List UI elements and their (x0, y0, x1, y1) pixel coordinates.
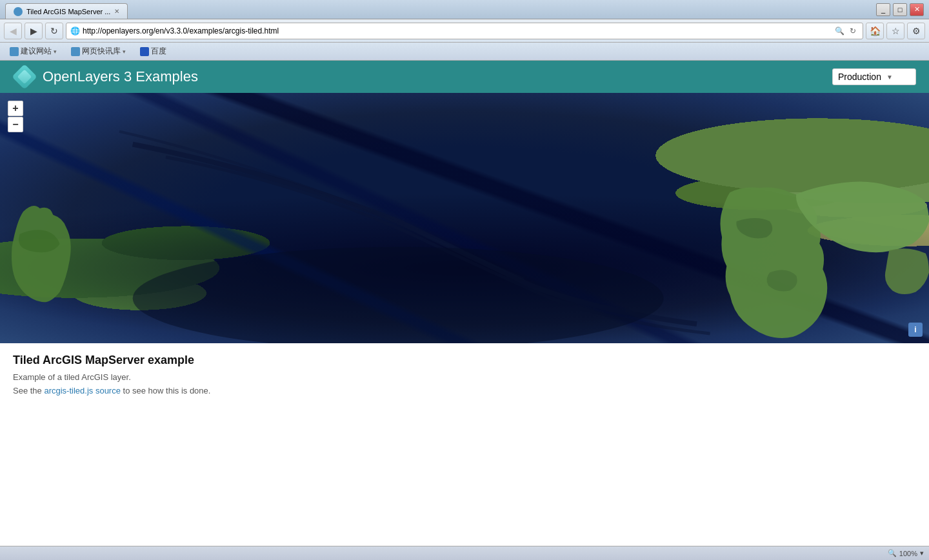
ol-logo-icon (13, 65, 36, 88)
lock-icon: 🌐 (70, 26, 80, 35)
navigation-bar: ◀ ▶ ↻ 🌐 🔍 ↻ 🏠 ☆ ⚙ (0, 19, 929, 43)
zoom-dropdown-icon[interactable]: ▾ (920, 549, 924, 557)
bookmark-suggest-sites[interactable]: 建议网站 ▾ (5, 44, 61, 59)
bookmarks-bar: 建议网站 ▾ 网页快讯库 ▾ 百度 (0, 43, 929, 61)
minimize-button[interactable]: _ (876, 3, 890, 16)
title-bar: Tiled ArcGIS MapServer ... ✕ _ □ ✕ (0, 0, 929, 19)
link-pre-text: See the (13, 386, 44, 395)
map-ocean-overlay (0, 93, 929, 343)
zoom-level: 100% (899, 550, 917, 557)
content-area: OpenLayers 3 Examples Production ▼ (0, 61, 929, 560)
zoom-out-button[interactable]: − (8, 117, 23, 132)
bookmark-icon-3 (140, 47, 149, 56)
tab-1[interactable]: Tiled ArcGIS MapServer ... ✕ (5, 3, 128, 19)
production-dropdown[interactable]: Production ▼ (832, 68, 916, 85)
bookmark-dropdown-2: ▾ (123, 48, 126, 55)
favorites-button[interactable]: ☆ (886, 23, 904, 39)
production-label: Production (838, 72, 881, 82)
bookmark-newsfeeds[interactable]: 网页快讯库 ▾ (66, 44, 130, 59)
ol-title: OpenLayers 3 Examples (43, 68, 198, 85)
close-button[interactable]: ✕ (910, 3, 924, 16)
tab-bar: Tiled ArcGIS MapServer ... ✕ (5, 0, 128, 19)
address-input[interactable] (83, 26, 832, 35)
tab-favicon (14, 7, 23, 16)
window-controls: _ □ ✕ (876, 3, 924, 16)
page-link-text: See the arcgis-tiled.js source to see ho… (13, 386, 916, 395)
source-link[interactable]: arcgis-tiled.js source (44, 386, 121, 395)
bookmark-dropdown-1: ▾ (54, 48, 57, 55)
tab-close-button[interactable]: ✕ (114, 8, 119, 15)
page-subtitle: Example of a tiled ArcGIS layer. (13, 372, 916, 382)
tools-button[interactable]: ⚙ (907, 23, 925, 39)
ol-logo: OpenLayers 3 Examples (13, 65, 198, 88)
openlayers-header: OpenLayers 3 Examples Production ▼ (0, 61, 929, 93)
status-bar: 🔍 100% ▾ (0, 546, 929, 560)
home-button[interactable]: 🏠 (866, 23, 884, 39)
zoom-icon: 🔍 (888, 549, 897, 557)
bookmark-baidu[interactable]: 百度 (135, 44, 171, 59)
zoom-in-button[interactable]: + (8, 101, 23, 116)
map-controls: + − (8, 101, 23, 132)
maximize-button[interactable]: □ (893, 3, 907, 16)
bookmark-icon-1 (10, 47, 19, 56)
forward-button[interactable]: ▶ (25, 23, 43, 39)
tab-label: Tiled ArcGIS MapServer ... (26, 8, 110, 15)
bookmark-label-2: 网页快讯库 (82, 46, 121, 57)
refresh-button[interactable]: ↻ (45, 23, 63, 39)
bookmark-icon-2 (71, 47, 80, 56)
page-title: Tiled ArcGIS MapServer example (13, 354, 916, 367)
map-container[interactable]: + − i (0, 93, 929, 343)
bookmark-label-3: 百度 (151, 46, 166, 57)
back-button[interactable]: ◀ (4, 23, 22, 39)
dropdown-arrow-icon: ▼ (886, 74, 910, 81)
link-post-text: to see how this is done. (121, 386, 210, 395)
zoom-control[interactable]: 🔍 100% ▾ (888, 549, 924, 557)
address-bar[interactable]: 🌐 🔍 ↻ (66, 23, 863, 39)
map-info-button[interactable]: i (908, 323, 923, 337)
search-button[interactable]: 🔍 (835, 26, 844, 35)
page-content: Tiled ArcGIS MapServer example Example o… (0, 343, 929, 406)
go-button[interactable]: ↻ (847, 26, 859, 35)
bookmark-label-1: 建议网站 (21, 46, 52, 57)
